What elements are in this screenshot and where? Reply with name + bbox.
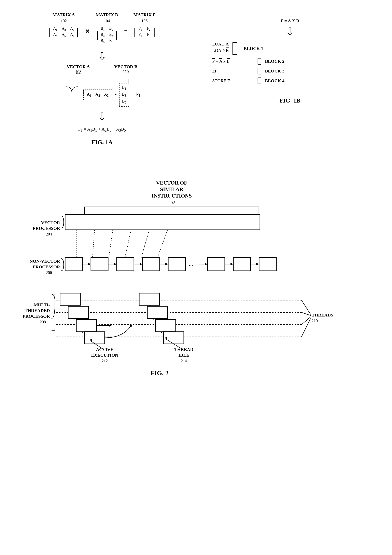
vector-b-label: VECTOR B [114,64,137,69]
svg-text:THREAD: THREAD [174,347,193,352]
matrix-f-bracket: [ F1 F2 F3 F4 ] [134,25,155,38]
vector-a-group: VECTOR A 108 ⌒ [67,64,90,79]
down-arrow-2: ⇩ [16,111,188,122]
bracket-right-a: ] [75,26,79,37]
svg-rect-26 [142,258,160,271]
svg-text:NON-VECTOR: NON-VECTOR [30,259,60,264]
block1-brace-area: BLOCK 1 [231,41,263,56]
svg-rect-33 [208,258,225,271]
fig1a: MATRIX A 102 [ A1 A2 A3 A4 A5 A6 [16,12,196,146]
svg-line-9 [93,230,94,258]
fig-row-1: MATRIX A 102 [ A1 A2 A3 A4 A5 A6 [16,12,376,146]
sigma-f-label: ΣF [212,68,257,74]
matrix-b-group: MATRIX B 104 [ B1 B2 B3 B4 B5 B6 ] [96,12,118,44]
svg-text:204: 204 [46,232,52,236]
matrix-a-title: MATRIX A [52,12,75,17]
fig2-section: VECTOR OF SIMILAR INSTRUCTIONS 202 VECTO… [16,168,376,420]
feq-label: F = A x B [212,59,257,64]
svg-rect-17 [65,258,82,271]
svg-text:THREADED: THREADED [25,308,50,313]
block4-label: BLOCK 4 [265,78,284,83]
bracket-left-a: [ [49,26,52,37]
brace-a-indicator [64,83,80,95]
svg-line-75 [302,300,311,314]
svg-text:...: ... [189,261,193,267]
svg-rect-57 [139,293,160,305]
svg-text:INSTRUCTIONS: INSTRUCTIONS [152,193,192,199]
matrix-b-title: MATRIX B [96,12,118,17]
svg-line-13 [157,230,167,258]
matrix-f-group: MATRIX F 106 [ F1 F2 F3 F4 ] [133,12,156,38]
matrix-b-number: 104 [104,19,110,23]
block1-label: BLOCK 1 [244,46,263,51]
fig1b-content: F = A X B ⇩ LOAD A LOAD B [204,18,376,104]
cell-b5: B5 [100,38,106,44]
down-arrow-1: ⇩ [16,50,188,62]
matrix-f-content: F1 F2 F3 F4 [137,25,152,38]
svg-marker-32 [205,263,208,265]
bracket-right-b: ] [114,29,118,41]
matrix-a-bracket: [ A1 A2 A3 A4 A5 A6 ] [49,25,79,38]
svg-line-76 [302,312,311,315]
matrix-b-content: B1 B2 B3 B4 B5 B6 [100,25,114,44]
svg-text:EXECUTION: EXECUTION [91,353,118,358]
bracket-left-b: [ [96,29,100,41]
row-vector-box: A1 A2 A3 [83,89,112,100]
svg-text:202: 202 [168,200,175,205]
block1-group: LOAD A LOAD B BLOC [212,41,376,56]
brace-b-indicator [119,73,129,83]
bracket-right-f: ] [152,26,155,37]
vector-a-brace: ⌒ [75,74,82,79]
equals-f1: = F1 [132,92,140,98]
load-a-label: LOAD A [212,41,229,47]
svg-rect-53 [76,320,97,332]
cell-b1: B1 [100,26,106,31]
rv-a2: A2 [95,92,100,98]
matrix-f-number: 106 [141,19,147,23]
vector-product-row: A1 A2 A3 • [16,83,188,107]
svg-rect-61 [155,320,176,332]
svg-text:VECTOR OF: VECTOR OF [156,180,187,186]
svg-rect-23 [117,258,134,271]
matrix-a-number: 102 [61,19,67,23]
svg-text:212: 212 [102,359,108,363]
down-arrow-1b: ⇩ [204,26,376,37]
svg-text:ACTIVE: ACTIVE [96,347,113,352]
cell-b4: B4 [108,32,114,37]
svg-text:VECTOR: VECTOR [41,220,60,225]
svg-text:208: 208 [40,320,46,324]
equals-op: = [124,28,127,35]
bracket-left-f: [ [134,26,138,37]
fig1b: F = A X B ⇩ LOAD A LOAD B [196,12,376,146]
store-f-label: STORE F [212,78,257,83]
svg-text:214: 214 [181,359,187,363]
cell-a4: A4 [52,32,58,37]
svg-line-12 [141,230,149,258]
block3-group: ΣF BLOCK 3 [212,67,376,75]
block2-brace [257,57,265,65]
cell-b6: B6 [108,38,114,44]
svg-text:SIMILAR: SIMILAR [160,186,183,192]
matrix-f-title: MATRIX F [133,12,156,17]
svg-marker-25 [140,263,142,265]
svg-text:PROCESSOR: PROCESSOR [33,226,60,231]
load-b-label: LOAD B [212,48,229,53]
svg-marker-22 [114,263,117,265]
svg-rect-36 [233,258,251,271]
cell-f2: F2 [146,26,152,31]
cell-f1: F1 [137,26,143,31]
svg-marker-28 [165,263,168,265]
svg-text:FIG. 2: FIG. 2 [151,369,169,377]
svg-line-78 [302,319,311,337]
block2-group: F = A x B BLOCK 2 [212,57,376,65]
vector-a-label: VECTOR A [67,64,90,69]
matrix-b-bracket: [ B1 B2 B3 B4 B5 B6 ] [96,25,118,44]
cell-a3: A3 [69,26,75,31]
formula: F1 = A1B1 + A2B3 + A3B5 [16,126,188,132]
cell-a5: A5 [61,32,66,37]
fig2-svg: VECTOR OF SIMILAR INSTRUCTIONS 202 VECTO… [17,176,375,420]
col-vector-area: B1 B3 B5 [119,83,129,107]
cell-a6: A6 [69,32,75,37]
svg-text:PROCESSOR: PROCESSOR [33,264,60,269]
matrix-equation: MATRIX A 102 [ A1 A2 A3 A4 A5 A6 [16,12,188,44]
